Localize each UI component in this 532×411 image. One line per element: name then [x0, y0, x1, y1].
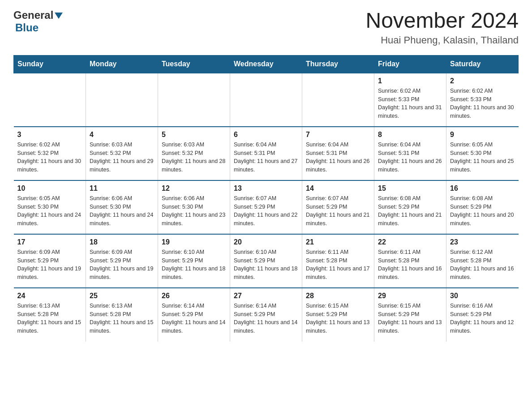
day-number: 13	[234, 184, 298, 193]
calendar-cell: 24Sunrise: 6:13 AMSunset: 5:28 PMDayligh…	[14, 288, 86, 342]
col-monday: Monday	[86, 55, 158, 73]
calendar-cell: 8Sunrise: 6:04 AMSunset: 5:31 PMDaylight…	[374, 127, 446, 180]
month-title: November 2024	[365, 9, 519, 33]
calendar-cell: 22Sunrise: 6:11 AMSunset: 5:28 PMDayligh…	[374, 234, 446, 288]
day-number: 11	[90, 184, 154, 193]
calendar-cell: 25Sunrise: 6:13 AMSunset: 5:28 PMDayligh…	[86, 288, 158, 342]
day-info: Sunrise: 6:16 AMSunset: 5:29 PMDaylight:…	[450, 302, 515, 335]
day-info: Sunrise: 6:05 AMSunset: 5:30 PMDaylight:…	[17, 194, 82, 228]
day-info: Sunrise: 6:02 AMSunset: 5:33 PMDaylight:…	[378, 87, 442, 120]
day-number: 4	[90, 131, 154, 139]
day-info: Sunrise: 6:04 AMSunset: 5:31 PMDaylight:…	[378, 141, 442, 174]
page-header: General Blue November 2024 Huai Phueng, …	[13, 9, 519, 46]
calendar-cell: 20Sunrise: 6:10 AMSunset: 5:29 PMDayligh…	[230, 234, 302, 288]
calendar-cell: 3Sunrise: 6:02 AMSunset: 5:32 PMDaylight…	[14, 127, 86, 180]
day-number: 8	[378, 131, 442, 139]
day-info: Sunrise: 6:11 AMSunset: 5:28 PMDaylight:…	[378, 248, 442, 282]
col-tuesday: Tuesday	[158, 55, 230, 73]
day-number: 19	[162, 238, 226, 246]
calendar-cell: 26Sunrise: 6:14 AMSunset: 5:29 PMDayligh…	[158, 288, 230, 342]
day-info: Sunrise: 6:06 AMSunset: 5:30 PMDaylight:…	[90, 194, 154, 228]
col-thursday: Thursday	[302, 55, 374, 73]
day-info: Sunrise: 6:15 AMSunset: 5:29 PMDaylight:…	[306, 302, 370, 335]
calendar-cell: 7Sunrise: 6:04 AMSunset: 5:31 PMDaylight…	[302, 127, 374, 180]
day-info: Sunrise: 6:12 AMSunset: 5:28 PMDaylight:…	[450, 248, 515, 282]
calendar-cell: 12Sunrise: 6:06 AMSunset: 5:30 PMDayligh…	[158, 180, 230, 234]
calendar-cell	[86, 73, 158, 127]
day-info: Sunrise: 6:02 AMSunset: 5:33 PMDaylight:…	[450, 87, 515, 120]
logo-triangle-icon	[55, 13, 63, 19]
calendar-cell: 27Sunrise: 6:14 AMSunset: 5:29 PMDayligh…	[230, 288, 302, 342]
calendar-header: Sunday Monday Tuesday Wednesday Thursday…	[14, 55, 519, 73]
calendar-cell	[158, 73, 230, 127]
location-title: Huai Phueng, Kalasin, Thailand	[365, 34, 519, 46]
day-info: Sunrise: 6:07 AMSunset: 5:29 PMDaylight:…	[234, 194, 298, 228]
day-number: 10	[17, 184, 82, 193]
logo: General Blue	[13, 9, 63, 34]
calendar-cell: 15Sunrise: 6:08 AMSunset: 5:29 PMDayligh…	[374, 180, 446, 234]
day-number: 15	[378, 184, 442, 193]
day-number: 2	[450, 77, 515, 85]
day-info: Sunrise: 6:07 AMSunset: 5:29 PMDaylight:…	[306, 194, 370, 228]
calendar-cell: 5Sunrise: 6:03 AMSunset: 5:32 PMDaylight…	[158, 127, 230, 180]
day-number: 5	[162, 131, 226, 139]
col-sunday: Sunday	[14, 55, 86, 73]
day-number: 14	[306, 184, 370, 193]
calendar-cell: 13Sunrise: 6:07 AMSunset: 5:29 PMDayligh…	[230, 180, 302, 234]
week-row-2: 3Sunrise: 6:02 AMSunset: 5:32 PMDaylight…	[14, 127, 519, 180]
day-number: 21	[306, 238, 370, 246]
day-number: 30	[450, 292, 515, 300]
calendar-cell: 1Sunrise: 6:02 AMSunset: 5:33 PMDaylight…	[374, 73, 446, 127]
logo-general-text: General	[13, 9, 53, 21]
day-number: 1	[378, 77, 442, 85]
day-info: Sunrise: 6:14 AMSunset: 5:29 PMDaylight:…	[234, 302, 298, 335]
calendar-cell: 14Sunrise: 6:07 AMSunset: 5:29 PMDayligh…	[302, 180, 374, 234]
day-info: Sunrise: 6:04 AMSunset: 5:31 PMDaylight:…	[234, 141, 298, 174]
calendar-cell: 9Sunrise: 6:05 AMSunset: 5:30 PMDaylight…	[446, 127, 519, 180]
day-number: 29	[378, 292, 442, 300]
calendar-cell	[230, 73, 302, 127]
day-number: 9	[450, 131, 515, 139]
day-info: Sunrise: 6:10 AMSunset: 5:29 PMDaylight:…	[234, 248, 298, 282]
day-info: Sunrise: 6:10 AMSunset: 5:29 PMDaylight:…	[162, 248, 226, 282]
day-info: Sunrise: 6:04 AMSunset: 5:31 PMDaylight:…	[306, 141, 370, 174]
calendar-cell: 18Sunrise: 6:09 AMSunset: 5:29 PMDayligh…	[86, 234, 158, 288]
col-friday: Friday	[374, 55, 446, 73]
day-number: 20	[234, 238, 298, 246]
calendar-cell: 4Sunrise: 6:03 AMSunset: 5:32 PMDaylight…	[86, 127, 158, 180]
day-info: Sunrise: 6:08 AMSunset: 5:29 PMDaylight:…	[450, 194, 515, 228]
day-info: Sunrise: 6:09 AMSunset: 5:29 PMDaylight:…	[17, 248, 82, 282]
day-info: Sunrise: 6:15 AMSunset: 5:29 PMDaylight:…	[378, 302, 442, 335]
calendar-cell: 28Sunrise: 6:15 AMSunset: 5:29 PMDayligh…	[302, 288, 374, 342]
day-number: 22	[378, 238, 442, 246]
day-info: Sunrise: 6:03 AMSunset: 5:32 PMDaylight:…	[162, 141, 226, 174]
calendar-cell: 11Sunrise: 6:06 AMSunset: 5:30 PMDayligh…	[86, 180, 158, 234]
calendar-table: Sunday Monday Tuesday Wednesday Thursday…	[13, 55, 519, 342]
day-info: Sunrise: 6:11 AMSunset: 5:28 PMDaylight:…	[306, 248, 370, 282]
day-number: 28	[306, 292, 370, 300]
week-row-3: 10Sunrise: 6:05 AMSunset: 5:30 PMDayligh…	[14, 180, 519, 234]
calendar-cell: 2Sunrise: 6:02 AMSunset: 5:33 PMDaylight…	[446, 73, 519, 127]
week-row-4: 17Sunrise: 6:09 AMSunset: 5:29 PMDayligh…	[14, 234, 519, 288]
day-info: Sunrise: 6:14 AMSunset: 5:29 PMDaylight:…	[162, 302, 226, 335]
day-info: Sunrise: 6:13 AMSunset: 5:28 PMDaylight:…	[90, 302, 154, 335]
day-number: 25	[90, 292, 154, 300]
day-number: 3	[17, 131, 82, 139]
calendar-cell: 30Sunrise: 6:16 AMSunset: 5:29 PMDayligh…	[446, 288, 519, 342]
calendar-cell: 21Sunrise: 6:11 AMSunset: 5:28 PMDayligh…	[302, 234, 374, 288]
day-number: 26	[162, 292, 226, 300]
day-number: 7	[306, 131, 370, 139]
day-number: 17	[17, 238, 82, 246]
col-saturday: Saturday	[446, 55, 519, 73]
day-info: Sunrise: 6:03 AMSunset: 5:32 PMDaylight:…	[90, 141, 154, 174]
col-wednesday: Wednesday	[230, 55, 302, 73]
calendar-cell	[302, 73, 374, 127]
title-block: November 2024 Huai Phueng, Kalasin, Thai…	[365, 9, 519, 46]
calendar-cell: 10Sunrise: 6:05 AMSunset: 5:30 PMDayligh…	[14, 180, 86, 234]
day-info: Sunrise: 6:13 AMSunset: 5:28 PMDaylight:…	[17, 302, 82, 335]
calendar-cell: 19Sunrise: 6:10 AMSunset: 5:29 PMDayligh…	[158, 234, 230, 288]
calendar-cell: 16Sunrise: 6:08 AMSunset: 5:29 PMDayligh…	[446, 180, 519, 234]
header-row: Sunday Monday Tuesday Wednesday Thursday…	[14, 55, 519, 73]
week-row-5: 24Sunrise: 6:13 AMSunset: 5:28 PMDayligh…	[14, 288, 519, 342]
day-info: Sunrise: 6:05 AMSunset: 5:30 PMDaylight:…	[450, 141, 515, 174]
